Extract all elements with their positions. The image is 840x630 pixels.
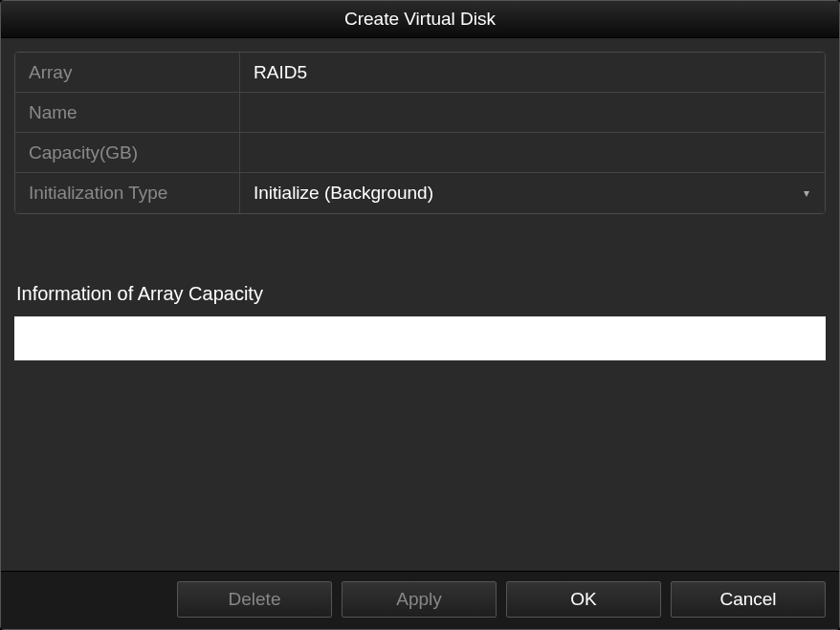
array-row: Array RAID5 bbox=[15, 53, 825, 93]
array-capacity-info bbox=[14, 316, 826, 360]
capacity-value-cell bbox=[240, 133, 825, 172]
init-type-value-cell: Initialize (Background) ▾ bbox=[240, 173, 825, 213]
name-value-cell bbox=[240, 93, 825, 132]
ok-button[interactable]: OK bbox=[506, 581, 661, 618]
dialog-title: Create Virtual Disk bbox=[1, 1, 839, 38]
chevron-down-icon: ▾ bbox=[804, 186, 809, 200]
array-label: Array bbox=[15, 53, 240, 92]
create-virtual-disk-dialog: Create Virtual Disk Array RAID5 Name Cap… bbox=[0, 0, 840, 630]
capacity-input[interactable] bbox=[254, 133, 811, 172]
capacity-label: Capacity(GB) bbox=[15, 133, 240, 172]
array-value: RAID5 bbox=[240, 53, 825, 92]
form-table: Array RAID5 Name Capacity(GB) Initializa… bbox=[14, 52, 826, 214]
spacer bbox=[14, 360, 826, 557]
init-type-dropdown[interactable]: Initialize (Background) ▾ bbox=[254, 183, 811, 204]
apply-button[interactable]: Apply bbox=[342, 581, 497, 618]
delete-button[interactable]: Delete bbox=[177, 581, 332, 618]
cancel-button[interactable]: Cancel bbox=[671, 581, 826, 618]
init-type-label: Initialization Type bbox=[15, 173, 240, 213]
dialog-content: Array RAID5 Name Capacity(GB) Initializa… bbox=[1, 38, 839, 571]
info-section-label: Information of Array Capacity bbox=[14, 283, 826, 305]
name-input[interactable] bbox=[254, 93, 811, 132]
capacity-row: Capacity(GB) bbox=[15, 133, 825, 173]
name-row: Name bbox=[15, 93, 825, 133]
name-label: Name bbox=[15, 93, 240, 132]
init-type-selected: Initialize (Background) bbox=[254, 183, 433, 204]
init-type-row: Initialization Type Initialize (Backgrou… bbox=[15, 173, 825, 213]
button-bar: Delete Apply OK Cancel bbox=[1, 571, 839, 629]
